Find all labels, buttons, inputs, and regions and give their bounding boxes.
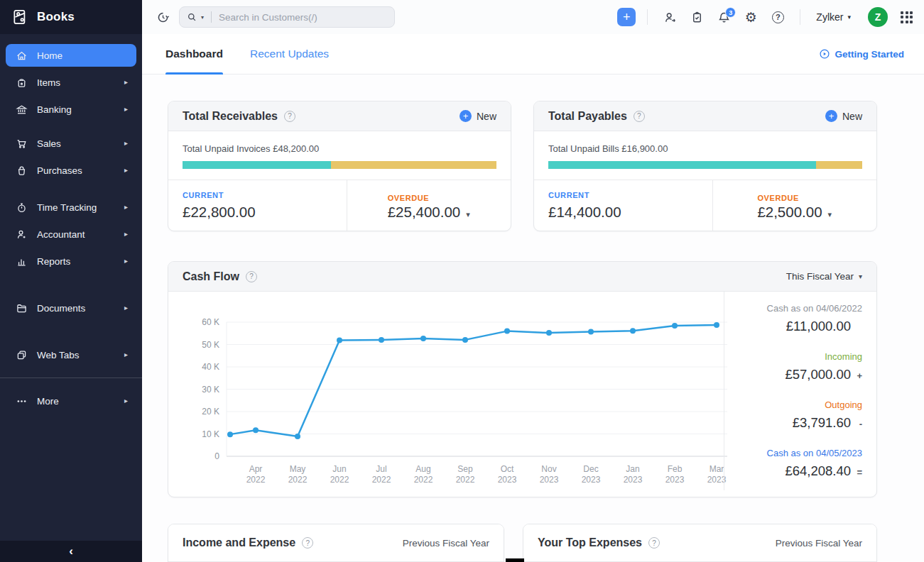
help-icon[interactable]: ? [284, 111, 295, 122]
svg-text:Jan: Jan [626, 464, 639, 474]
help-icon[interactable]: ? [767, 6, 788, 28]
cashflow-summary-label: Incoming [724, 351, 862, 362]
svg-text:2023: 2023 [498, 475, 517, 485]
sidebar-item-label: Home [37, 50, 122, 61]
svg-text:Jun: Jun [332, 464, 346, 474]
svg-text:Aug: Aug [415, 464, 430, 474]
sidebar-item-more[interactable]: More ▸ [0, 390, 142, 412]
chevron-right-icon: ▸ [124, 231, 128, 238]
sidebar-item-reports[interactable]: Reports ▸ [0, 250, 142, 272]
user-avatar[interactable]: Z [868, 7, 888, 27]
new-receivable-button[interactable]: + New [460, 110, 496, 122]
svg-text:40 K: 40 K [202, 362, 219, 372]
overdue-dropdown-caret-icon[interactable]: ▾ [828, 210, 832, 219]
help-icon[interactable]: ? [302, 537, 313, 549]
cashflow-summary-label[interactable]: Cash as on 04/05/2023 [724, 448, 862, 458]
svg-text:Apr: Apr [249, 464, 263, 474]
tab-dashboard[interactable]: Dashboard [165, 34, 223, 74]
sidebar-item-accountant[interactable]: Accountant ▸ [0, 223, 142, 246]
apps-grid-icon[interactable] [901, 11, 913, 23]
help-icon[interactable]: ? [648, 537, 660, 549]
tab-recent-updates[interactable]: Recent Updates [250, 34, 329, 74]
notifications-bell-icon[interactable]: 3 [713, 6, 734, 28]
sidebar-item-time-tracking[interactable]: Time Tracking ▸ [0, 196, 142, 219]
sidebar: Books Home Items ▸ Banking [0, 0, 142, 562]
tasks-clipboard-icon[interactable] [686, 6, 707, 28]
zoho-books-app: Books Home Items ▸ Banking [0, 0, 924, 562]
sidebar-item-label: Time Tracking [37, 202, 115, 213]
cashflow-summary-value: £64,208.40= [724, 463, 862, 479]
unpaid-total-text: Total Unpaid Bills £16,900.00 [548, 143, 862, 154]
svg-text:Feb: Feb [668, 464, 683, 474]
cashflow-summary-value: £3,791.60- [724, 415, 862, 431]
getting-started-link[interactable]: Getting Started [819, 48, 904, 60]
help-icon[interactable]: ? [246, 271, 257, 282]
app-logo[interactable]: Books [0, 0, 142, 34]
current-portion [548, 161, 816, 169]
screen-artifact-bar [506, 558, 524, 562]
sidebar-item-label: Web Tabs [37, 350, 115, 360]
collapse-chevron-icon: ‹ [69, 544, 73, 558]
stats-row: CURRENT £14,400.00 OVERDUE £2,500.00▾ [534, 180, 876, 231]
sidebar-item-label: Sales [37, 138, 115, 149]
settings-gear-icon[interactable]: ⚙ [740, 6, 761, 28]
search-icon [187, 12, 197, 22]
sidebar-item-banking[interactable]: Banking ▸ [0, 98, 142, 121]
cashflow-summary-row: Cash as on 04/05/2023£64,208.40= [724, 448, 862, 479]
bar-chart-icon [16, 255, 28, 268]
cashflow-summary-row: Outgoing£3,791.60- [724, 400, 862, 431]
chevron-right-icon: ▸ [124, 258, 128, 265]
cashflow-summary-label: Cash as on 04/06/2022 [724, 303, 862, 314]
recent-history-icon[interactable] [152, 6, 173, 28]
sidebar-item-home[interactable]: Home [6, 44, 136, 67]
org-switcher[interactable]: Zylker ▾ [812, 11, 855, 23]
svg-text:Mar: Mar [710, 464, 724, 474]
card-header: Total Receivables ? + New [168, 101, 511, 131]
svg-text:10 K: 10 K [202, 429, 219, 439]
fiscal-year-dropdown[interactable]: This Fiscal Year ▾ [786, 271, 862, 282]
help-icon[interactable]: ? [634, 111, 645, 122]
payables-progress-bar [548, 161, 862, 169]
sidebar-item-web-tabs[interactable]: Web Tabs ▸ [0, 343, 142, 366]
cash-flow-line-chart: 010 K20 K30 K40 K50 K60 KApr2022May2022J… [184, 299, 731, 490]
card-title: Your Top Expenses [538, 536, 642, 549]
more-dots-icon [16, 395, 28, 407]
sidebar-collapse-button[interactable]: ‹ [0, 541, 142, 562]
sidebar-item-label: More [37, 396, 115, 407]
fiscal-year-dropdown[interactable]: Previous Fiscal Year [776, 538, 862, 549]
plus-icon: + [623, 11, 631, 23]
topbar-divider [647, 9, 648, 25]
global-search[interactable]: ▾ [179, 6, 395, 28]
sidebar-item-documents[interactable]: Documents ▸ [0, 297, 142, 319]
new-payable-button[interactable]: + New [825, 110, 862, 122]
card-title: Cash Flow [183, 270, 239, 283]
svg-text:2022: 2022 [414, 475, 433, 485]
stats-row: CURRENT £22,800.00 OVERDUE £25,400.00▾ [168, 180, 511, 231]
svg-text:Jul: Jul [376, 464, 386, 474]
overdue-dropdown-caret-icon[interactable]: ▾ [466, 210, 470, 219]
sidebar-item-items[interactable]: Items ▸ [0, 71, 142, 94]
svg-text:2023: 2023 [582, 475, 601, 485]
quick-create-button[interactable]: + [617, 8, 636, 26]
search-scope-caret-icon[interactable]: ▾ [201, 14, 204, 21]
fiscal-year-dropdown[interactable]: Previous Fiscal Year [403, 538, 489, 549]
search-input[interactable] [219, 12, 387, 23]
notification-badge: 3 [725, 7, 736, 18]
cart-icon [16, 138, 28, 150]
chevron-down-icon: ▾ [847, 13, 851, 21]
income-expense-card: Income and Expense ? Previous Fiscal Yea… [168, 524, 504, 562]
svg-text:0: 0 [214, 451, 219, 461]
home-icon [16, 50, 28, 62]
current-label: CURRENT [548, 191, 712, 199]
refer-users-icon[interactable] [659, 6, 680, 28]
cash-flow-card: Cash Flow ? This Fiscal Year ▾ 010 K20 K… [168, 261, 877, 497]
svg-text:2023: 2023 [624, 475, 643, 485]
sidebar-item-sales[interactable]: Sales ▸ [0, 132, 142, 155]
chevron-right-icon: ▸ [124, 167, 128, 174]
org-name: Zylker [816, 11, 843, 23]
topbar-divider [800, 9, 800, 25]
sidebar-item-purchases[interactable]: Purchases ▸ [0, 159, 142, 182]
folder-icon [16, 302, 28, 314]
chevron-right-icon: ▸ [124, 204, 128, 211]
card-header: Total Payables ? + New [534, 101, 876, 131]
